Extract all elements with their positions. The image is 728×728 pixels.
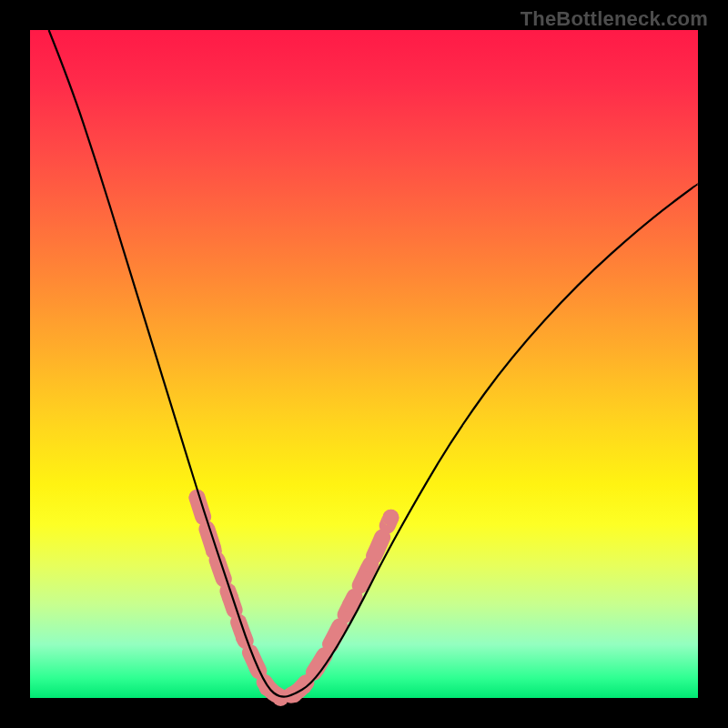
highlight-dot (362, 556, 379, 572)
plot-area (30, 30, 698, 698)
bottleneck-curve (49, 30, 698, 697)
highlight-dot (259, 680, 276, 696)
curve-layer (30, 30, 698, 698)
watermark-text: TheBottleneck.com (521, 7, 708, 31)
chart-frame: TheBottleneck.com (0, 0, 728, 728)
highlight-band (189, 490, 399, 706)
highlight-dot (322, 636, 339, 652)
highlight-dot (382, 510, 399, 526)
